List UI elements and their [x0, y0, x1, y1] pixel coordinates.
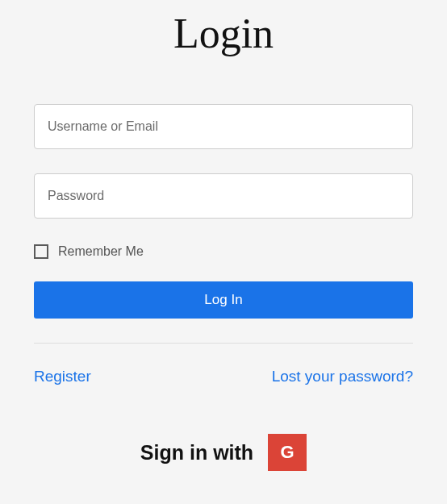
- social-signin-label: Sign in with: [140, 441, 253, 464]
- social-signin-row: Sign in with G: [34, 434, 413, 471]
- links-row: Register Lost your password?: [34, 368, 413, 385]
- remember-label: Remember Me: [58, 244, 144, 259]
- remember-row: Remember Me: [34, 244, 413, 259]
- google-signin-button[interactable]: G: [268, 434, 307, 471]
- password-input[interactable]: [34, 173, 413, 219]
- remember-checkbox[interactable]: [34, 244, 48, 259]
- username-input[interactable]: [34, 104, 413, 149]
- login-button[interactable]: Log In: [34, 281, 413, 319]
- register-link[interactable]: Register: [34, 368, 91, 385]
- google-icon: G: [281, 442, 295, 463]
- lost-password-link[interactable]: Lost your password?: [272, 368, 413, 385]
- divider: [34, 343, 413, 344]
- page-title: Login: [34, 10, 413, 57]
